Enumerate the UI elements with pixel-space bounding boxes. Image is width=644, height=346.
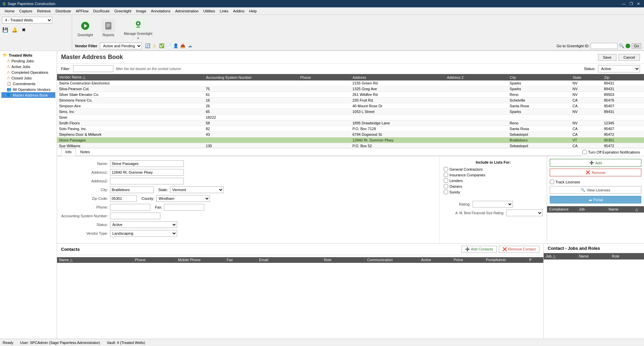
table-row[interactable]: Smith Floors 58 1895 Drawbridge Lane Ren… bbox=[57, 120, 644, 126]
refresh-icon[interactable]: 🔄 bbox=[145, 43, 151, 49]
sidebar-item-commitments[interactable]: 📋 Commitments bbox=[1, 81, 55, 86]
col-acct-num[interactable]: Accounting System Number bbox=[204, 74, 298, 80]
expiration-notifications-checkbox[interactable] bbox=[582, 150, 587, 154]
filter-input[interactable] bbox=[73, 65, 113, 72]
nav-annotations[interactable]: Annotations bbox=[149, 8, 172, 14]
contacts-col-prime[interactable]: Prime bbox=[451, 257, 484, 263]
tab-info[interactable]: Info bbox=[61, 148, 76, 156]
cancel-button[interactable]: Cancel bbox=[619, 54, 640, 61]
contacts-col-portal-admin[interactable]: PortalAdmin bbox=[484, 257, 527, 263]
table-row[interactable]: Silva-Pearson Col. 75 1325 Greg Ave Spar… bbox=[57, 86, 644, 92]
contacts-col-fax[interactable]: Fax bbox=[224, 257, 257, 263]
nav-apflow[interactable]: APFlow bbox=[74, 8, 91, 14]
sidebar-item-master-address[interactable]: 📘 Master Address Book bbox=[1, 92, 55, 98]
warning-icon[interactable]: ⚠ bbox=[152, 43, 158, 49]
city-input[interactable] bbox=[110, 186, 154, 193]
table-row[interactable]: Sims, Inc 65 1053 L Street Sparks NV 894… bbox=[57, 109, 644, 115]
col-phone[interactable]: Phone bbox=[298, 74, 351, 80]
cloud-icon[interactable]: ☁ bbox=[187, 43, 193, 49]
insurance-companies-checkbox[interactable] bbox=[444, 173, 448, 177]
person-icon[interactable]: 👤 bbox=[173, 43, 179, 49]
am-best-select[interactable] bbox=[506, 210, 543, 216]
table-row[interactable]: Sixer 18222 bbox=[57, 115, 644, 120]
address1-input[interactable] bbox=[110, 169, 184, 176]
minimize-button[interactable]: — bbox=[621, 2, 627, 6]
vendor-filter-select[interactable]: Active and Pending Active Inactive All bbox=[100, 43, 142, 49]
col-city[interactable]: City bbox=[507, 74, 570, 80]
tab-notes[interactable]: Notes bbox=[76, 148, 94, 156]
status-filter-select[interactable]: Active Inactive All Active and Pending bbox=[598, 65, 640, 72]
sidebar-root-item[interactable]: 📁 Treated Wells bbox=[1, 52, 55, 58]
address2-input[interactable] bbox=[110, 178, 184, 184]
restore-button[interactable]: ❐ bbox=[628, 2, 634, 6]
sidebar-item-pending-jobs[interactable]: ⚠ Pending Jobs bbox=[1, 58, 55, 64]
sidebar-item-all-ops-vendors[interactable]: 👥 All Operations Vendors bbox=[1, 86, 55, 92]
status-select-form[interactable]: Active Inactive bbox=[110, 221, 177, 228]
nav-home[interactable]: Home bbox=[3, 8, 16, 14]
contacts-col-active[interactable]: Active bbox=[419, 257, 451, 263]
goto-input[interactable] bbox=[591, 43, 618, 49]
general-contractors-checkbox[interactable] bbox=[444, 167, 448, 171]
col-address[interactable]: Address bbox=[351, 74, 445, 80]
vault-select[interactable]: 4 - Treated Wells bbox=[2, 17, 52, 23]
check-icon[interactable]: ✅ bbox=[159, 43, 165, 49]
doc-icon[interactable]: 📄 bbox=[166, 43, 172, 49]
nav-image[interactable]: Image bbox=[134, 8, 149, 14]
nav-utilities[interactable]: Utilities bbox=[201, 8, 217, 14]
sidebar-item-closed-jobs[interactable]: ⚠ Closed Jobs bbox=[1, 75, 55, 81]
table-row[interactable]: Simmons Fence Co. 16 235 Fruit Rd. Schel… bbox=[57, 98, 644, 103]
nav-addins[interactable]: Addins bbox=[231, 8, 247, 14]
lenders-checkbox[interactable] bbox=[444, 178, 448, 183]
remove-button[interactable]: ❌ Remove bbox=[550, 169, 641, 176]
sidebar-item-active-jobs[interactable]: ⚠ Active Jobs bbox=[1, 64, 55, 69]
save-icon-button[interactable]: 💾 bbox=[1, 26, 9, 34]
alert-icon-button[interactable]: 🔔 bbox=[11, 26, 18, 34]
close-button[interactable]: ✕ bbox=[636, 2, 641, 6]
contacts-col-name[interactable]: Name △ bbox=[57, 257, 132, 263]
nav-capture[interactable]: Capture bbox=[17, 8, 34, 14]
save-button[interactable]: Save bbox=[598, 54, 616, 61]
table-row[interactable]: Simpson Aire 26 40 Mount Rose Dr Santa R… bbox=[57, 103, 644, 109]
table-row[interactable]: Sue Williams 130 P.O. Box 52 Sebastopol … bbox=[57, 143, 644, 148]
zip-input[interactable] bbox=[110, 195, 137, 202]
contacts-col-email[interactable]: Email bbox=[257, 257, 322, 263]
table-row[interactable]: Stone Passages 12840 Rt. Dummer Pkwy Bra… bbox=[57, 137, 644, 143]
reports-toolbar-button[interactable]: Reports bbox=[98, 18, 118, 38]
contacts-col-phone[interactable]: Phone bbox=[132, 257, 176, 263]
table-row[interactable]: Silver State Elevator Co. 61 261 Wildfir… bbox=[57, 92, 644, 98]
remove-contact-button[interactable]: ❌ Remove Contact bbox=[499, 246, 539, 253]
col-vendor-name[interactable]: Vendor Name △ bbox=[57, 74, 204, 80]
sidebar-item-completed-ops[interactable]: ⚠ Completed Operations bbox=[1, 69, 55, 75]
col-address2[interactable]: Address 2 bbox=[445, 74, 507, 80]
nav-links[interactable]: Links bbox=[218, 8, 230, 14]
surety-checkbox[interactable] bbox=[444, 190, 448, 194]
nav-docroute[interactable]: DocRoute bbox=[91, 8, 112, 14]
phone-input[interactable] bbox=[110, 204, 150, 211]
contacts-col-mobile[interactable]: Mobile Phone bbox=[176, 257, 224, 263]
contacts-col-role[interactable]: Role bbox=[322, 257, 365, 263]
col-state[interactable]: State bbox=[571, 74, 602, 80]
county-select[interactable]: Windham bbox=[156, 195, 210, 202]
nav-administration[interactable]: Administration bbox=[173, 8, 201, 14]
table-row[interactable]: Sierra Construction Electronics 2155 Gre… bbox=[57, 80, 644, 86]
manage-greenlight-toolbar-button[interactable]: Manage Greenlight bbox=[121, 16, 155, 37]
close-icon-button[interactable]: ✖ bbox=[20, 26, 28, 34]
fax-input[interactable] bbox=[164, 204, 204, 211]
nav-retrieve[interactable]: Retrieve bbox=[35, 8, 53, 14]
view-licenses-button[interactable]: 🔍 View Licenses bbox=[550, 186, 641, 194]
nav-greenlight[interactable]: Greenlight bbox=[112, 8, 133, 14]
name-input[interactable] bbox=[110, 160, 184, 167]
track-licenses-checkbox[interactable] bbox=[550, 180, 554, 184]
state-select[interactable]: Vermont bbox=[170, 186, 224, 193]
contacts-col-communication[interactable]: Communication bbox=[365, 257, 419, 263]
add-contacts-button[interactable]: ➕ Add Contacts bbox=[462, 246, 497, 253]
table-row[interactable]: Stephens Door & Millwork 43 6794 Dogwood… bbox=[57, 132, 644, 137]
acct-num-input[interactable] bbox=[110, 213, 160, 219]
owners-checkbox[interactable] bbox=[444, 184, 448, 188]
rating-select[interactable] bbox=[473, 201, 513, 208]
col-zip[interactable]: Zip bbox=[602, 74, 644, 80]
portal-button[interactable]: ☁ Portal bbox=[550, 196, 641, 204]
greenlight-toolbar-button[interactable]: Greenlight bbox=[75, 18, 96, 38]
upload-icon[interactable]: 📤 bbox=[180, 43, 186, 49]
contacts-col-p[interactable]: P bbox=[527, 257, 543, 263]
